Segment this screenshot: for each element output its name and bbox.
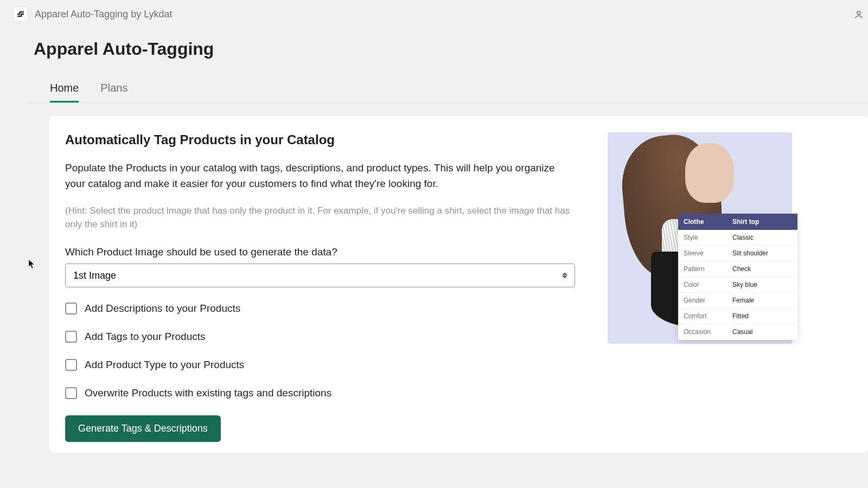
generate-button[interactable]: Generate Tags & Descriptions: [65, 415, 221, 442]
select-label: Which Product Image should be used to ge…: [65, 246, 575, 258]
content-card: Automatically Tag Products in your Catal…: [49, 116, 868, 453]
attr-row: Gender Female: [678, 293, 797, 309]
preview-section: Clothe Shirt top Style Classic Sleeve Sl…: [608, 132, 852, 442]
checkbox-row-overwrite: Overwrite Products with existing tags an…: [65, 387, 575, 399]
attribute-table-header: Clothe Shirt top: [678, 214, 797, 230]
checkbox-add-tags[interactable]: [65, 331, 77, 343]
checkbox-overwrite[interactable]: [65, 387, 77, 399]
app-header-title: Apparel Auto-Tagging by Lykdat: [35, 9, 173, 20]
hint-text: (Hint: Select the product image that has…: [65, 204, 575, 231]
attr-row: Comfort Fitted: [678, 309, 797, 324]
checkbox-label[interactable]: Add Product Type to your Products: [85, 359, 244, 371]
image-select-wrapper: 1st Image: [65, 264, 575, 287]
attr-row: Pattern Check: [678, 261, 797, 277]
checkbox-add-descriptions[interactable]: [65, 303, 77, 314]
attr-row: Sleeve Slit shoulder: [678, 246, 797, 261]
section-description: Populate the Products in your catalog wi…: [65, 160, 575, 191]
checkbox-row-product-type: Add Product Type to your Products: [65, 359, 575, 371]
tabs: Home Plans: [27, 75, 868, 103]
attr-header-left: Clothe: [678, 214, 727, 230]
tab-plans[interactable]: Plans: [100, 75, 127, 102]
attr-row: Color Sky blue: [678, 277, 797, 293]
attr-row: Occasion Casual: [678, 324, 797, 340]
page-title: Apparel Auto-Tagging: [11, 39, 868, 75]
form-section: Automatically Tag Products in your Catal…: [65, 132, 575, 442]
user-icon[interactable]: [854, 10, 864, 22]
app-logo-icon: [13, 7, 28, 22]
checkbox-label[interactable]: Add Tags to your Products: [85, 331, 206, 343]
attr-row: Style Classic: [678, 230, 797, 246]
checkbox-label[interactable]: Overwrite Products with existing tags an…: [85, 387, 331, 399]
checkbox-label[interactable]: Add Descriptions to your Products: [85, 303, 240, 314]
attr-header-right: Shirt top: [727, 214, 797, 230]
app-header: Apparel Auto-Tagging by Lykdat: [0, 0, 868, 28]
tab-home[interactable]: Home: [50, 75, 79, 102]
attribute-table: Clothe Shirt top Style Classic Sleeve Sl…: [678, 214, 797, 340]
section-heading: Automatically Tag Products in your Catal…: [65, 132, 575, 147]
image-select[interactable]: 1st Image: [65, 264, 575, 287]
checkbox-add-product-type[interactable]: [65, 359, 77, 371]
checkbox-row-descriptions: Add Descriptions to your Products: [65, 303, 575, 314]
svg-point-0: [857, 11, 860, 15]
checkbox-row-tags: Add Tags to your Products: [65, 331, 575, 343]
